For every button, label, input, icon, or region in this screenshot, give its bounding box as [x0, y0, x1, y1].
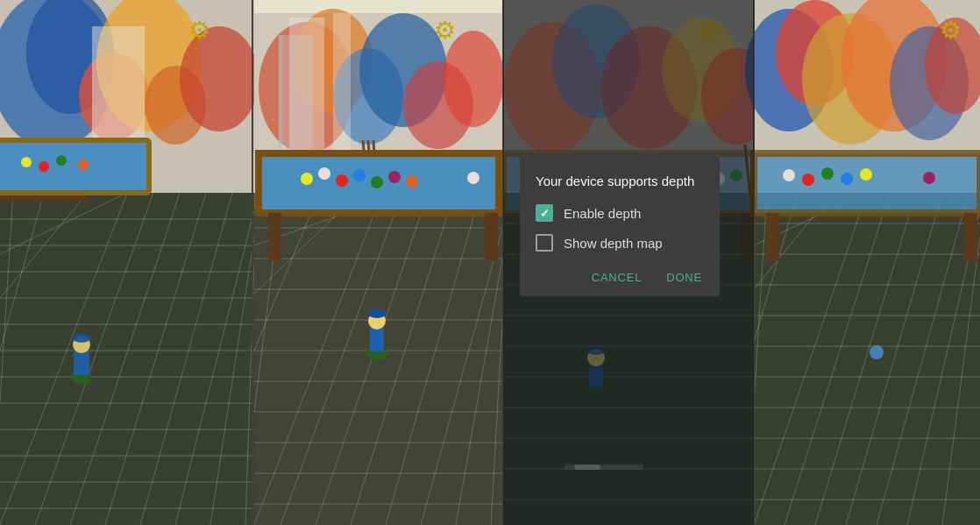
- svg-point-177: [870, 345, 884, 359]
- dialog-buttons: CANCEL DONE: [536, 264, 704, 287]
- svg-point-171: [841, 173, 853, 185]
- show-depth-map-checkbox[interactable]: [536, 234, 553, 252]
- done-button[interactable]: DONE: [664, 267, 704, 287]
- svg-rect-174: [766, 213, 779, 261]
- svg-rect-166: [754, 153, 980, 213]
- svg-point-169: [802, 174, 814, 186]
- svg-rect-64: [254, 202, 503, 525]
- svg-point-39: [56, 155, 67, 166]
- svg-rect-50: [254, 0, 503, 13]
- svg-point-170: [821, 167, 834, 180]
- svg-point-40: [78, 160, 89, 170]
- svg-rect-131: [741, 213, 754, 261]
- svg-point-173: [923, 172, 935, 184]
- svg-point-94: [336, 174, 348, 187]
- svg-rect-42: [74, 351, 89, 375]
- svg-rect-144: [754, 193, 980, 525]
- svg-point-98: [406, 175, 418, 188]
- svg-point-95: [353, 169, 366, 181]
- show-depth-map-label: Show depth map: [564, 236, 663, 251]
- dialog-title: Your device supports depth: [536, 174, 704, 188]
- svg-point-92: [301, 173, 313, 185]
- svg-rect-175: [964, 213, 977, 261]
- show-depth-map-option[interactable]: Show depth map: [536, 234, 704, 252]
- svg-rect-101: [370, 327, 384, 351]
- cancel-button[interactable]: CANCEL: [590, 267, 644, 287]
- svg-point-99: [467, 172, 479, 184]
- svg-rect-91: [485, 213, 498, 261]
- svg-rect-182: [574, 465, 600, 470]
- depth-dialog: Your device supports depth ✓ Enable dept…: [520, 156, 720, 296]
- svg-rect-35: [0, 140, 149, 193]
- svg-point-168: [783, 169, 795, 181]
- svg-point-135: [587, 346, 605, 355]
- gear-icon-3[interactable]: ⚙: [699, 16, 727, 44]
- svg-point-93: [318, 167, 330, 180]
- enable-depth-option[interactable]: ✓ Enable depth: [536, 204, 704, 222]
- svg-point-37: [21, 157, 32, 167]
- svg-point-103: [368, 309, 386, 318]
- svg-point-172: [860, 168, 872, 181]
- enable-depth-checkbox[interactable]: ✓: [536, 204, 553, 222]
- svg-point-96: [371, 176, 383, 188]
- svg-rect-9: [0, 193, 254, 525]
- svg-point-38: [39, 161, 49, 172]
- checkbox-check-icon: ✓: [540, 208, 550, 219]
- gear-icon-2[interactable]: ⚙: [434, 16, 462, 44]
- svg-point-129: [730, 169, 742, 181]
- gear-icon-1[interactable]: ⚙: [188, 16, 217, 44]
- svg-rect-133: [589, 364, 603, 388]
- enable-depth-label: Enable depth: [564, 206, 641, 221]
- svg-point-56: [443, 31, 504, 127]
- svg-rect-90: [268, 213, 281, 261]
- svg-point-97: [388, 171, 401, 183]
- svg-point-44: [73, 334, 90, 343]
- gear-icon-4[interactable]: ⚙: [940, 16, 968, 44]
